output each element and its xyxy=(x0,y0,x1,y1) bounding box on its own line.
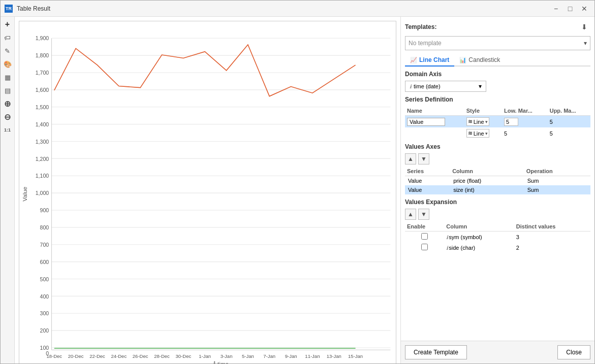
style-value: Line xyxy=(474,119,484,125)
create-template-button[interactable]: Create Template xyxy=(405,345,467,359)
values-axes-move-buttons: ▲ ▼ xyxy=(405,153,590,164)
maximize-button[interactable]: □ xyxy=(564,4,576,14)
series-low-input[interactable] xyxy=(504,118,518,126)
chart-container: Value xyxy=(19,21,396,363)
expansion-row[interactable]: ℹside (char) 2 xyxy=(405,242,590,253)
svg-text:22-Dec: 22-Dec xyxy=(89,353,105,359)
values-expansion-label: Values Expansion xyxy=(405,198,590,206)
add-icon[interactable]: + xyxy=(2,19,13,30)
svg-text:26-Dec: 26-Dec xyxy=(133,353,148,359)
series-style-cell: ≋ Line ▾ xyxy=(464,116,502,128)
domain-axis-arrow: ▾ xyxy=(479,83,482,90)
series-name-cell xyxy=(405,116,464,128)
template-dropdown[interactable]: No template ▾ xyxy=(405,36,590,50)
expansion-distinct-cell: 3 xyxy=(514,231,590,243)
expansion-enable-cell2 xyxy=(405,242,444,253)
svg-text:1,300: 1,300 xyxy=(36,139,49,145)
values-series-cell2: Value xyxy=(405,185,450,194)
style-icon2: ≋ xyxy=(468,130,473,137)
series-style-cell2: ≋ Line ▾ xyxy=(464,127,502,139)
app-icon: TR xyxy=(5,5,13,13)
series-col-name: Name xyxy=(405,106,464,116)
svg-text:5-Jan: 5-Jan xyxy=(242,353,254,359)
minimize-button[interactable]: − xyxy=(550,4,562,14)
template-dropdown-arrow: ▾ xyxy=(584,40,587,47)
chart-area: Value xyxy=(15,17,401,363)
domain-axis-section: Domain Axis ℹ time (date) ▾ xyxy=(405,71,590,92)
values-row[interactable]: Value price (float) Sum xyxy=(405,176,590,186)
expansion-row[interactable]: ℹsym (symbol) 3 xyxy=(405,231,590,243)
template-selected-value: No template xyxy=(409,40,442,47)
domain-axis-dropdown[interactable]: ℹ time (date) ▾ xyxy=(405,81,486,92)
chart-svg: Value xyxy=(19,21,396,363)
values-column-cell2: size (int) xyxy=(450,185,524,194)
move-down-button[interactable]: ▼ xyxy=(418,153,429,164)
svg-text:20-Dec: 20-Dec xyxy=(68,353,84,359)
zoom-out-icon[interactable]: ⊖ xyxy=(2,111,13,122)
series-row[interactable]: ≋ Line ▾ 5 5 xyxy=(405,127,590,139)
series-style-dropdown[interactable]: ≋ Line ▾ xyxy=(466,117,489,126)
tab-line-chart[interactable]: 📈 Line Chart xyxy=(405,54,454,67)
move-up-button[interactable]: ▲ xyxy=(405,153,416,164)
series-definition-section: Series Definition Name Style Low. Mar...… xyxy=(405,96,590,139)
svg-text:1,200: 1,200 xyxy=(36,156,49,162)
svg-text:300: 300 xyxy=(40,310,49,316)
values-column-cell: price (float) xyxy=(450,176,524,186)
panel-inner: Templates: ⬇ No template ▾ 📈 Line Chart xyxy=(401,17,594,341)
series-low-value2: 5 xyxy=(504,130,507,137)
expansion-col-column: Column xyxy=(444,222,514,231)
close-panel-button[interactable]: Close xyxy=(557,345,590,359)
svg-text:400: 400 xyxy=(40,293,49,300)
series-name-input[interactable] xyxy=(407,118,445,126)
expansion-distinct-cell2: 2 xyxy=(514,242,590,253)
series-col-low: Low. Mar... xyxy=(502,106,548,116)
svg-text:18-Dec: 18-Dec xyxy=(46,353,62,359)
values-row[interactable]: Value size (int) Sum xyxy=(405,185,590,194)
close-window-button[interactable]: ✕ xyxy=(578,4,590,14)
svg-text:15-Jan: 15-Jan xyxy=(348,353,363,359)
series-style-dropdown2[interactable]: ≋ Line ▾ xyxy=(466,129,489,138)
svg-text:900: 900 xyxy=(40,207,49,213)
svg-text:1-Jan: 1-Jan xyxy=(199,353,211,359)
series-upp-value: 5 xyxy=(550,119,553,125)
table2-icon[interactable]: ▤ xyxy=(2,85,13,96)
domain-axis-value: ℹ time (date) xyxy=(410,83,441,89)
svg-text:1,600: 1,600 xyxy=(36,87,49,93)
svg-text:24-Dec: 24-Dec xyxy=(111,353,127,359)
expansion-move-up-button[interactable]: ▲ xyxy=(405,209,416,220)
expansion-column-cell2: ℹside (char) xyxy=(444,242,514,253)
svg-text:Value: Value xyxy=(21,187,28,202)
expansion-enable-checkbox-1[interactable] xyxy=(421,233,428,240)
templates-label: Templates: xyxy=(405,23,578,30)
tag-icon[interactable]: 🏷 xyxy=(2,32,13,43)
series-row[interactable]: ≋ Line ▾ 5 xyxy=(405,116,590,128)
ratio-icon[interactable]: 1:1 xyxy=(2,124,13,136)
right-panel: Templates: ⬇ No template ▾ 📈 Line Chart xyxy=(401,17,594,363)
expansion-enable-checkbox-2[interactable] xyxy=(421,244,428,250)
table-icon[interactable]: ▦ xyxy=(2,72,13,83)
series-table: Name Style Low. Mar... Upp. Ma... xyxy=(405,106,590,139)
edit-icon[interactable]: ✎ xyxy=(2,45,13,56)
svg-text:600: 600 xyxy=(40,259,49,265)
svg-text:7-Jan: 7-Jan xyxy=(263,353,275,359)
style-icon: ≋ xyxy=(468,118,473,125)
palette-icon[interactable]: 🎨 xyxy=(2,58,13,70)
export-template-button[interactable]: ⬇ xyxy=(578,21,590,33)
series-definition-label: Series Definition xyxy=(405,96,590,103)
style-arrow2: ▾ xyxy=(485,131,488,136)
expansion-table: Enable Column Distinct values xyxy=(405,222,590,253)
expansion-move-buttons: ▲ ▼ xyxy=(405,209,590,220)
svg-text:28-Dec: 28-Dec xyxy=(154,353,170,359)
series-name-cell2 xyxy=(405,127,464,139)
window-title: Table Result xyxy=(17,5,546,12)
svg-text:1,700: 1,700 xyxy=(36,70,49,76)
tab-candlestick[interactable]: 📊 Candlestick xyxy=(454,54,505,67)
domain-axis-label: Domain Axis xyxy=(405,71,590,78)
values-expansion-section: Values Expansion ▲ ▼ Enable Column Disti… xyxy=(405,198,590,253)
svg-text:1,500: 1,500 xyxy=(36,104,49,110)
expansion-move-down-button[interactable]: ▼ xyxy=(418,209,429,220)
svg-text:1,400: 1,400 xyxy=(36,121,49,127)
main-window: TR Table Result − □ ✕ + 🏷 ✎ 🎨 ▦ ▤ ⊕ ⊖ 1:… xyxy=(0,0,595,364)
svg-text:200: 200 xyxy=(40,327,49,334)
zoom-in-icon[interactable]: ⊕ xyxy=(2,98,13,109)
